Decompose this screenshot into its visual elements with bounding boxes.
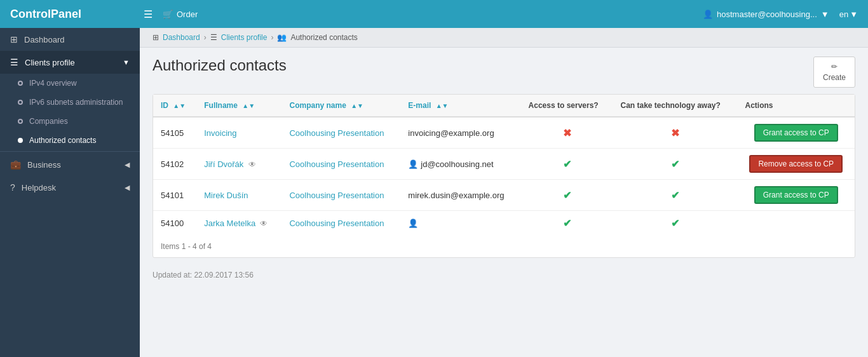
user-icon: 👤: [408, 219, 418, 228]
fullname-link[interactable]: Jarka Metelka: [204, 219, 255, 228]
table-row: 54101Mirek DušínCoolhousing Presentation…: [153, 180, 855, 211]
cell-id: 54101: [153, 180, 196, 211]
page-title: Authorized contacts: [153, 57, 287, 74]
col-company[interactable]: Company name ▲▼: [281, 95, 400, 117]
cell-access-servers: ✔: [521, 149, 613, 180]
check-yes-icon: ✔: [563, 159, 571, 170]
cell-email: mirek.dusin@example.org: [400, 180, 520, 211]
remove-access-button[interactable]: Remove access to CP: [749, 155, 843, 173]
lang-arrow: ▼: [850, 10, 858, 19]
create-label: Create: [823, 73, 846, 82]
sidebar-item-business[interactable]: 💼 Business ◀: [0, 153, 140, 176]
user-label: hostmaster@coolhousing...: [717, 10, 817, 19]
clients-profile-icon: ☰: [10, 57, 18, 67]
email-value: invoicing@example.org: [408, 128, 494, 138]
order-cart-icon: 🛒: [163, 10, 173, 19]
create-button[interactable]: ✏ Create: [813, 57, 855, 88]
business-icon: 💼: [10, 159, 21, 170]
navbar-right: 👤 hostmaster@coolhousing... ▼ en ▼: [703, 10, 858, 19]
sidebar-item-dashboard[interactable]: ⊞ Dashboard: [0, 28, 140, 51]
table-header-row: ID ▲▼ Fullname ▲▼ Company name ▲▼ E-ma: [153, 95, 855, 117]
cell-fullname: Invoicing: [196, 117, 281, 149]
col-take-technology: Can take technology away?: [613, 95, 737, 117]
breadcrumb-clients-link[interactable]: Clients profile: [221, 33, 268, 42]
sidebar-sub-label: IPv4 overview: [29, 79, 77, 88]
breadcrumb-separator: ›: [204, 33, 207, 42]
language-selector[interactable]: en ▼: [839, 10, 858, 19]
sidebar-item-label: Dashboard: [24, 35, 65, 44]
breadcrumb-dashboard-icon: ⊞: [153, 33, 159, 42]
breadcrumb-dashboard-link[interactable]: Dashboard: [163, 33, 200, 42]
check-yes-icon: ✔: [563, 218, 571, 229]
fullname-link[interactable]: Mirek Dušín: [204, 191, 248, 200]
sidebar-item-authorized-contacts[interactable]: Authorized contacts: [0, 131, 140, 150]
col-access-servers: Access to servers?: [521, 95, 613, 117]
order-link[interactable]: 🛒 Order: [163, 10, 198, 19]
dot-icon: [18, 81, 23, 86]
grant-access-button[interactable]: Grant access to CP: [754, 124, 838, 142]
order-label: Order: [177, 10, 198, 19]
sidebar-sub-label: Companies: [29, 117, 68, 126]
cell-actions: Grant access to CP: [737, 180, 855, 211]
dot-icon: [18, 100, 23, 105]
cell-actions: [737, 211, 855, 236]
cell-take-technology: ✔: [613, 211, 737, 236]
cell-actions: Remove access to CP: [737, 149, 855, 180]
eye-icon: 👁: [258, 219, 268, 228]
check-no-icon: ✖: [563, 128, 571, 138]
dot-icon: [18, 119, 23, 124]
col-actions: Actions: [737, 95, 855, 117]
sidebar-item-label: Clients profile: [25, 58, 75, 67]
cell-email: invoicing@example.org: [400, 117, 520, 149]
col-fullname[interactable]: Fullname ▲▼: [196, 95, 281, 117]
check-yes-icon: ✔: [563, 190, 571, 201]
col-fullname-label: Fullname: [204, 101, 238, 110]
user-icon: 👤: [408, 159, 418, 169]
check-no-icon: ✖: [671, 128, 679, 138]
user-icon: 👤: [703, 10, 713, 19]
navbar: ControlPanel ☰ 🛒 Order 👤 hostmaster@cool…: [0, 0, 868, 28]
fullname-link[interactable]: Jiří Dvořák: [204, 159, 243, 169]
cell-fullname: Mirek Dušín: [196, 180, 281, 211]
check-yes-icon: ✔: [671, 218, 679, 229]
cell-email: 👤: [400, 211, 520, 236]
sort-arrows-email: ▲▼: [436, 102, 449, 109]
sidebar-item-clients-profile[interactable]: ☰ Clients profile ▼: [0, 51, 140, 74]
sidebar-item-helpdesk[interactable]: ? Helpdesk ◀: [0, 176, 140, 199]
cell-take-technology: ✖: [613, 117, 737, 149]
sort-arrows-id: ▲▼: [173, 102, 186, 109]
col-id[interactable]: ID ▲▼: [153, 95, 196, 117]
col-id-label: ID: [161, 101, 168, 110]
edit-icon: ✏: [831, 62, 837, 71]
menu-icon[interactable]: ☰: [144, 8, 153, 20]
col-email[interactable]: E-mail ▲▼: [400, 95, 520, 117]
table-row: 54105InvoicingCoolhousing Presentationin…: [153, 117, 855, 149]
sidebar-item-ipv6[interactable]: IPv6 subnets administration: [0, 93, 140, 112]
sidebar-item-ipv4[interactable]: IPv4 overview: [0, 74, 140, 93]
grant-access-button[interactable]: Grant access to CP: [754, 186, 838, 204]
footer: Updated at: 22.09.2017 13:56: [140, 264, 868, 286]
user-dropdown-arrow: ▼: [821, 10, 829, 19]
sort-arrows-fullname: ▲▼: [242, 102, 255, 109]
cell-company: Coolhousing Presentation: [281, 180, 400, 211]
user-menu[interactable]: 👤 hostmaster@coolhousing... ▼: [703, 10, 829, 19]
fullname-link[interactable]: Invoicing: [204, 128, 236, 138]
company-link[interactable]: Coolhousing Presentation: [289, 159, 384, 169]
company-link[interactable]: Coolhousing Presentation: [289, 128, 384, 138]
dot-icon: [18, 138, 23, 143]
helpdesk-icon: ?: [10, 182, 15, 192]
cell-access-servers: ✖: [521, 117, 613, 149]
breadcrumb-contacts-icon: 👥: [277, 33, 287, 42]
brand-title: ControlPanel: [10, 8, 144, 21]
sidebar-item-companies[interactable]: Companies: [0, 112, 140, 131]
company-link[interactable]: Coolhousing Presentation: [289, 191, 384, 200]
cell-fullname: Jarka Metelka 👁: [196, 211, 281, 236]
cell-take-technology: ✔: [613, 149, 737, 180]
sidebar: ⊞ Dashboard ☰ Clients profile ▼ IPv4 ove…: [0, 28, 140, 357]
col-company-label: Company name: [289, 101, 346, 110]
cell-take-technology: ✔: [613, 180, 737, 211]
eye-icon: 👁: [246, 160, 255, 169]
company-link[interactable]: Coolhousing Presentation: [289, 219, 384, 228]
sidebar-separator: [0, 151, 140, 152]
contacts-table-container: ID ▲▼ Fullname ▲▼ Company name ▲▼ E-ma: [153, 94, 855, 258]
